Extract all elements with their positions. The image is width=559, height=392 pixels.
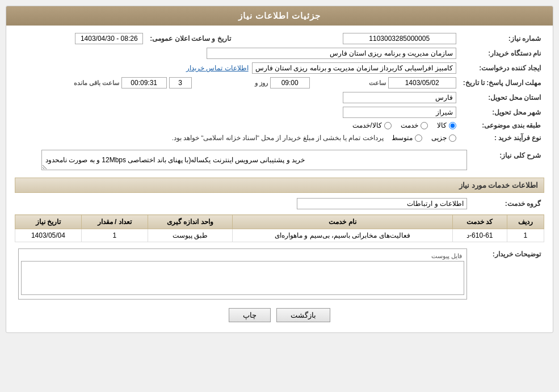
services-table-head: ردیف کد خدمت نام خدمت واحد اندازه گیری ت… [15, 215, 544, 229]
city-label: شهر محل تحویل: [460, 105, 544, 120]
card-header: جزئیات اطلاعات نیاز [6, 6, 553, 26]
deadline-remaining-label: ساعت باقی مانده [45, 79, 119, 87]
row-description: شرح کلی نیاز: خرید و پشتیبانی سرویس اینت… [15, 148, 544, 172]
process-radio-motevaset[interactable] [415, 134, 422, 142]
city-value: شیراز [343, 107, 456, 118]
process-jozi[interactable]: جزیی [431, 134, 456, 142]
row-deadline: مهلت ارسال پاسخ: تا تاریخ: 1403/05/02 سا… [15, 75, 544, 90]
creator-value: کامبیز افراسیابی کاربرداز سازمان مدیریت … [252, 62, 456, 74]
category-khedmat[interactable]: خدمت [401, 121, 428, 129]
deadline-remaining: 00:09:31 [121, 77, 167, 88]
cell-count: 1 [81, 229, 148, 242]
creator-link[interactable]: اطلاعات تماس خریدار [186, 64, 249, 72]
table-row: 1 610-61-د فعالیت‌های مخابراتی باسیم، بی… [15, 229, 544, 242]
description-table: شرح کلی نیاز: خرید و پشتیبانی سرویس اینت… [15, 148, 544, 172]
cell-unit: طبق پیوست [148, 229, 233, 242]
row-niyaz-number: شماره نیاز: 1103003285000005 تاریخ و ساع… [15, 31, 544, 46]
col-unit: واحد اندازه گیری [148, 215, 233, 229]
main-card: جزئیات اطلاعات نیاز شماره نیاز: 11030032… [6, 6, 553, 333]
category-kala-label: کالا [437, 121, 447, 129]
category-radio-group: کالا خدمت کالا/خدمت [18, 121, 456, 129]
services-section-title: اطلاعات خدمات مورد نیاز [15, 178, 544, 193]
niyaz-number-value: 1103003285000005 [343, 33, 456, 44]
process-notice: پرداخت تمام یا بخشی از مبلغ خریدار از مح… [170, 133, 386, 143]
process-jozi-label: جزیی [431, 134, 447, 142]
buyer-notes-label: توضیحات خریدار: [470, 247, 544, 301]
services-table-body: 1 610-61-د فعالیت‌های مخابراتی باسیم، بی… [15, 229, 544, 242]
process-motevaset-label: متوسط [392, 134, 413, 142]
process-radio-group: جزیی متوسط [392, 134, 456, 142]
services-data-table: ردیف کد خدمت نام خدمت واحد اندازه گیری ت… [15, 214, 544, 242]
file-attachment-label: فایل پیوست [21, 251, 464, 261]
row-buyer-notes: توضیحات خریدار: فایل پیوست [15, 247, 544, 301]
services-group-table: گروه خدمت: اطلاعات و ارتباطات [15, 196, 544, 211]
group-value: اطلاعات و ارتباطات [297, 198, 467, 209]
deadline-time-label: ساعت [312, 79, 386, 87]
category-radio-khedmat[interactable] [421, 122, 428, 129]
description-label: شرح کلی نیاز: [470, 148, 544, 172]
category-kala-khedmat[interactable]: کالا/خدمت [352, 121, 391, 129]
row-category: طبقه بندی موضوعی: کالا خدمت [15, 120, 544, 131]
button-row: بازگشت چاپ [15, 308, 544, 322]
col-code: کد خدمت [452, 215, 507, 229]
services-header-row: ردیف کد خدمت نام خدمت واحد اندازه گیری ت… [15, 215, 544, 229]
category-khedmat-label: خدمت [401, 121, 418, 129]
row-buyer-org: نام دستگاه خریدار: سازمان مدیریت و برنام… [15, 46, 544, 61]
category-radio-kala[interactable] [449, 122, 456, 129]
group-label: گروه خدمت: [470, 196, 544, 211]
info-table-top: شماره نیاز: 1103003285000005 تاریخ و ساع… [15, 31, 544, 145]
buyer-notes-textarea[interactable] [21, 261, 464, 295]
process-motevaset[interactable]: متوسط [392, 134, 422, 142]
category-radio-kala-khedmat[interactable] [384, 122, 392, 129]
timer-row: 1403/05/02 ساعت 09:00 روز و 3 00:09:31 س… [18, 77, 456, 88]
buyer-org-value: سازمان مدیریت و برنامه ریزی استان فارس [207, 48, 456, 59]
niyaz-number-label: شماره نیاز: [460, 31, 544, 46]
date-time-value: 1403/04/30 - 08:26 [75, 33, 143, 44]
back-button[interactable]: بازگشت [276, 308, 330, 322]
cell-radif: 1 [507, 229, 544, 242]
row-province: استان محل تحویل: فارس [15, 90, 544, 105]
cell-date: 1403/05/04 [15, 229, 82, 242]
file-attachment-container: فایل پیوست [18, 248, 467, 300]
deadline-time: 09:00 [270, 77, 310, 88]
buyer-notes-table: توضیحات خریدار: فایل پیوست [15, 247, 544, 301]
page-title: جزئیات اطلاعات نیاز [238, 11, 321, 20]
category-kala[interactable]: کالا [437, 121, 456, 129]
row-process: نوع فرآیند خرید : جزیی متوسط [15, 131, 544, 145]
process-radio-jozi[interactable] [449, 134, 456, 142]
date-time-label: تاریخ و ساعت اعلان عمومی: [146, 31, 247, 46]
process-row: جزیی متوسط پرداخت تمام یا بخشی از مبلغ خ… [18, 133, 456, 143]
col-count: تعداد / مقدار [81, 215, 148, 229]
col-date: تاریخ نیاز [15, 215, 82, 229]
process-label: نوع فرآیند خرید : [460, 131, 544, 145]
category-kala-khedmat-label: کالا/خدمت [352, 121, 381, 129]
province-label: استان محل تحویل: [460, 90, 544, 105]
creator-row: کامبیز افراسیابی کاربرداز سازمان مدیریت … [18, 62, 456, 74]
row-city: شهر محل تحویل: شیراز [15, 105, 544, 120]
cell-code: 610-61-د [452, 229, 507, 242]
row-group: گروه خدمت: اطلاعات و ارتباطات [15, 196, 544, 211]
buyer-org-label: نام دستگاه خریدار: [460, 46, 544, 61]
description-value: خرید و پشتیبانی سرویس اینترنت یکساله(با … [41, 150, 467, 170]
creator-label: ایجاد کننده درخواست: [460, 61, 544, 75]
card-body: شماره نیاز: 1103003285000005 تاریخ و ساع… [6, 26, 553, 332]
province-value: فارس [343, 92, 456, 103]
deadline-date: 1403/05/02 [388, 77, 456, 88]
print-button[interactable]: چاپ [229, 308, 271, 322]
row-creator: ایجاد کننده درخواست: کامبیز افراسیابی کا… [15, 61, 544, 75]
page-container: جزئیات اطلاعات نیاز شماره نیاز: 11030032… [0, 0, 559, 392]
deadline-days-label: روز و [194, 79, 268, 87]
deadline-days: 3 [169, 77, 192, 88]
col-name: نام خدمت [233, 215, 453, 229]
cell-name: فعالیت‌های مخابراتی باسیم، بی‌سیم و ماهو… [233, 229, 453, 242]
deadline-label: مهلت ارسال پاسخ: تا تاریخ: [460, 75, 544, 90]
col-radif: ردیف [507, 215, 544, 229]
category-label: طبقه بندی موضوعی: [460, 120, 544, 131]
